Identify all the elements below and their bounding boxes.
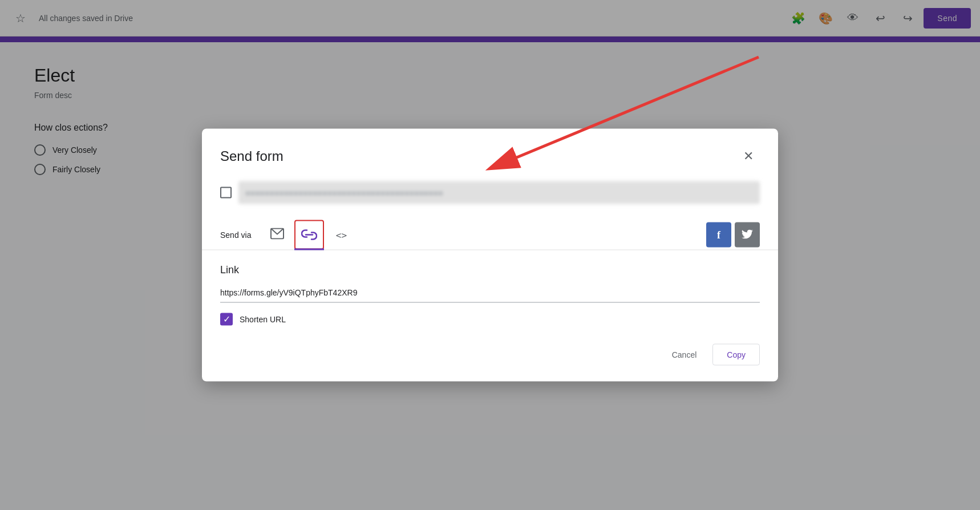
link-url-text: https://forms.gle/yV9iQTphyFbT42XR9 (220, 288, 357, 297)
checkmark-icon: ✓ (223, 315, 230, 324)
social-icons: f (706, 222, 760, 248)
shorten-url-label: Shorten URL (240, 315, 286, 324)
modal-footer: Cancel Copy (220, 342, 760, 366)
send-via-row: Send via (202, 216, 778, 250)
email-icon (270, 228, 284, 242)
twitter-icon (742, 229, 753, 240)
twitter-share-button[interactable] (735, 222, 760, 248)
shorten-url-row: ✓ Shorten URL (220, 313, 760, 326)
send-via-tabs: <> (262, 220, 484, 250)
facebook-icon: f (717, 229, 720, 241)
link-icon (301, 229, 317, 241)
send-form-modal: Send form ✕ Send via (202, 129, 778, 382)
embed-tab[interactable]: <> (326, 220, 356, 250)
send-via-label: Send via (220, 230, 251, 240)
facebook-share-button[interactable]: f (706, 222, 731, 248)
collaborator-row (202, 179, 778, 216)
modal-title: Send form (220, 148, 284, 164)
collaborator-checkbox[interactable] (220, 187, 232, 199)
embed-icon: <> (336, 229, 347, 240)
email-tab[interactable] (262, 220, 292, 250)
modal-close-button[interactable]: ✕ (737, 145, 760, 168)
modal-header: Send form ✕ (202, 129, 778, 179)
collaborator-input[interactable] (238, 181, 760, 204)
modal-body: Link https://forms.gle/yV9iQTphyFbT42XR9… (202, 250, 778, 382)
link-section-label: Link (220, 264, 760, 276)
copy-button[interactable]: Copy (712, 344, 760, 366)
link-tab[interactable] (294, 220, 324, 250)
shorten-url-checkbox[interactable]: ✓ (220, 313, 233, 326)
link-url-row: https://forms.gle/yV9iQTphyFbT42XR9 (220, 288, 760, 303)
cancel-button[interactable]: Cancel (661, 344, 708, 366)
